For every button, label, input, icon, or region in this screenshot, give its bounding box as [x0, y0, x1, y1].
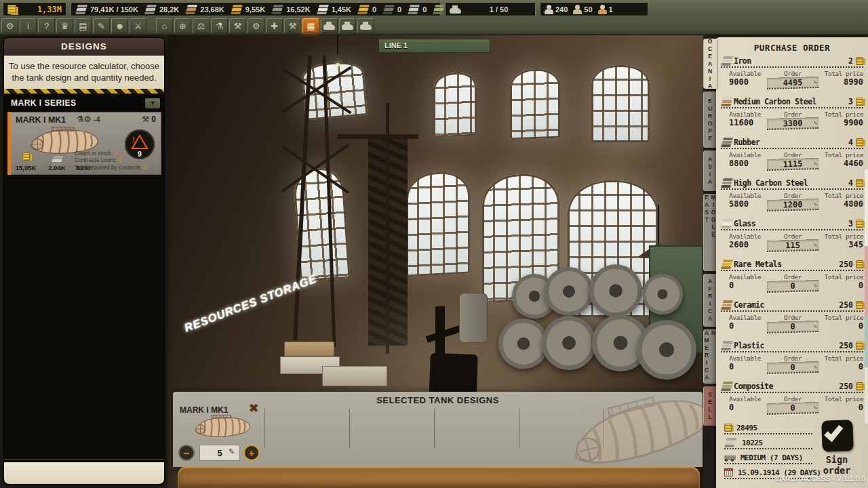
- hazard-divider: [4, 89, 164, 94]
- pallet-stack: [322, 366, 387, 386]
- required-label: Total required by contacts:: [75, 164, 142, 171]
- available-value: 2600: [729, 240, 764, 249]
- staff-counter-group: 240 50 1: [540, 2, 648, 16]
- total-price-value: 9900: [844, 118, 863, 127]
- toolbar-button-market[interactable]: ⚖: [193, 18, 210, 33]
- available-value: 11600: [729, 118, 764, 127]
- toolbar-button-tank-transfer[interactable]: [357, 18, 374, 33]
- tank-transfer-icon: [360, 24, 372, 30]
- staff-counter: 1: [598, 5, 613, 14]
- toolbar-button-help[interactable]: ?: [38, 18, 55, 33]
- order-input[interactable]: 1200✎: [767, 199, 818, 211]
- designs-hint-text: To use the resource calculator, choose t…: [4, 56, 164, 89]
- region-tab-asia[interactable]: ASIA: [703, 150, 717, 191]
- total-price-value: 4800: [844, 199, 863, 209]
- series-header-mark-i[interactable]: MARK I SERIES ▼: [4, 96, 164, 110]
- calendar-icon: [724, 468, 733, 476]
- region-tab-n-america[interactable]: N AMERICA: [703, 329, 717, 384]
- region-tab-sell[interactable]: SELL: [703, 386, 717, 426]
- available-label: Available: [729, 192, 764, 199]
- available-value: 9000: [729, 77, 764, 87]
- sign-order-button[interactable]: [821, 420, 854, 452]
- workshop-icon: ⚒: [234, 22, 242, 30]
- scrollbar[interactable]: [865, 169, 868, 424]
- documents-icon: [317, 8, 328, 11]
- resources-counter-group: 79,41K / 150K 28,2K 23,68K 9,55K 16,52K …: [71, 2, 441, 16]
- info-icon: i: [27, 22, 29, 30]
- purchase-items: Iron 2 Available 9000 Order 4495✎ Total …: [721, 56, 863, 422]
- money-counter: 1,33M: [3, 2, 66, 16]
- resources-icon: ▦: [307, 22, 315, 30]
- resource-counter: 79,41K / 150K: [75, 4, 138, 15]
- quantity-plus-button[interactable]: +: [243, 445, 260, 461]
- order-input[interactable]: 115✎: [767, 239, 818, 252]
- toolbar-button-notes[interactable]: ✎: [93, 18, 110, 33]
- total-price-label: Total price: [825, 70, 863, 77]
- reports-icon: ▤: [79, 22, 87, 30]
- total-price-label: Total price: [825, 395, 863, 403]
- region-tab-africa[interactable]: AFRICA: [703, 274, 717, 327]
- order-input[interactable]: 0✎: [767, 402, 818, 415]
- toolbar-button-construction[interactable]: ⚒: [284, 18, 301, 33]
- toolbar-button-tank-add[interactable]: [339, 18, 356, 33]
- total-price-value: 0: [859, 281, 863, 290]
- toolbar-button-world-map[interactable]: ⊕: [174, 18, 191, 33]
- ceramic-icon: [722, 304, 732, 306]
- gunpowder-icon: [384, 8, 394, 11]
- steel-ingot-icon: [145, 8, 155, 11]
- total-price-value: 0: [859, 403, 863, 412]
- purchase-item: High Carbon Steel 4 Available 5800 Order…: [721, 178, 863, 218]
- toolbar-button-crew[interactable]: ✚: [266, 18, 283, 33]
- toolbar-button-personnel[interactable]: ☻: [111, 18, 128, 33]
- order-input[interactable]: 1115✎: [767, 158, 818, 171]
- toolbar-button-workshop[interactable]: ⚒: [229, 18, 246, 33]
- region-tab-middle-east[interactable]: MIDDLE EAST: [703, 194, 717, 271]
- order-input[interactable]: 3300✎: [767, 117, 818, 130]
- platform-rail: [337, 134, 418, 139]
- check-icon: [824, 422, 843, 442]
- copper-icon: [186, 8, 197, 11]
- region-tab-europe[interactable]: EUROPE: [703, 92, 717, 148]
- slot-design-name: MARK I MK1: [180, 405, 228, 415]
- worker-icon: [545, 5, 553, 14]
- region-tab-oceania[interactable]: OCEANIA: [703, 39, 717, 89]
- leather-tray: [178, 466, 700, 488]
- material-roll: [637, 320, 696, 380]
- toolbar-button-maintenance[interactable]: ⚙: [248, 18, 264, 33]
- toolbar-button-settings[interactable]: ⚙: [1, 18, 18, 33]
- steel-stack-icon: [725, 441, 735, 444]
- help-icon: ?: [44, 22, 49, 30]
- order-label: Order: [784, 110, 802, 118]
- total-price-value: 345: [848, 240, 863, 249]
- coins-icon: [856, 301, 863, 309]
- tank-icon: [450, 8, 461, 14]
- toolbar-button-tank-designs[interactable]: [321, 18, 338, 33]
- series-label: MARK I SERIES: [11, 98, 145, 108]
- available-label: Available: [729, 395, 764, 403]
- designs-count-value: 1 / 50: [467, 5, 531, 14]
- coins-icon: [856, 138, 863, 146]
- quantity-minus-button[interactable]: −: [178, 445, 195, 461]
- tank-designs-icon: [323, 24, 335, 30]
- purchase-item: Plastic 250 Available 0 Order 0✎ Total p…: [721, 340, 863, 381]
- toolbar-button-resources[interactable]: ▦: [302, 18, 319, 33]
- order-input[interactable]: 4495✎: [767, 77, 818, 89]
- order-input[interactable]: 0✎: [767, 321, 818, 333]
- toolbar-button-achievements[interactable]: ♛: [56, 18, 73, 33]
- chevron-down-icon[interactable]: ▼: [145, 98, 160, 108]
- material-roll: [498, 319, 549, 369]
- order-input[interactable]: 0✎: [767, 280, 818, 293]
- toolbar-button-info[interactable]: i: [20, 18, 37, 33]
- order-input[interactable]: 0✎: [767, 361, 818, 374]
- close-icon[interactable]: ✖: [249, 403, 258, 414]
- toolbar-button-military[interactable]: ⚔: [130, 18, 146, 33]
- design-card-mark-i-mk1[interactable]: MARK I MK1 ⚗⚙ -4 ⚒ 0 ! 9 15,05K 2,04K 82…: [7, 112, 161, 175]
- edit-icon: ✎: [813, 117, 817, 129]
- toolbar-button-research[interactable]: ⚗: [211, 18, 228, 33]
- toolbar-button-factory[interactable]: ⌂: [156, 18, 173, 33]
- toolbar-button-reports[interactable]: ▤: [75, 18, 92, 33]
- resource-counter: 0: [357, 4, 376, 15]
- production-line-tag[interactable]: LINE 1: [378, 39, 490, 53]
- personnel-icon: ☻: [115, 22, 125, 30]
- available-value: 0: [729, 281, 764, 290]
